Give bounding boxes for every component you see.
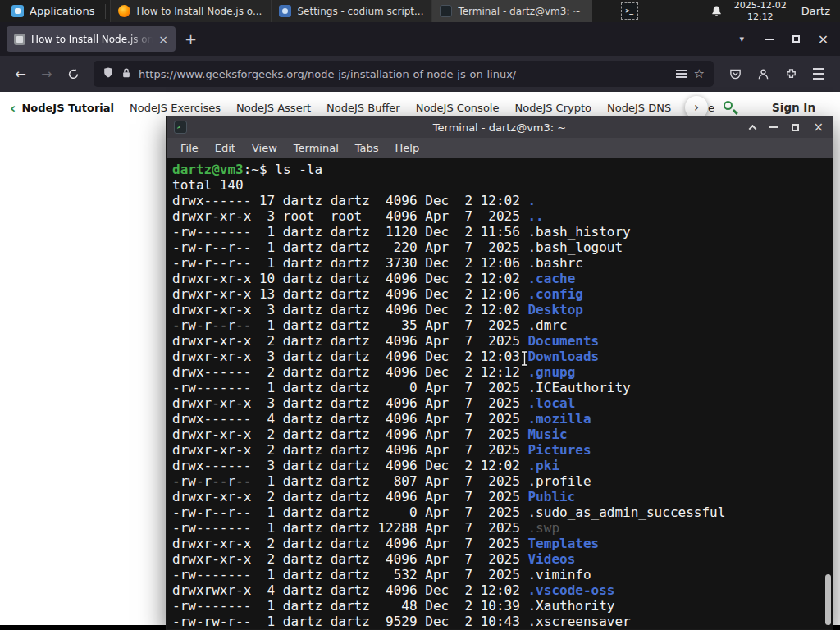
taskbar-button[interactable]: How to Install Node.js o...	[110, 0, 271, 22]
file-name: .mozilla	[527, 411, 591, 427]
sign-in-link[interactable]: Sign In	[772, 101, 815, 114]
site-nav-link[interactable]: NodeJS Exercises	[130, 102, 221, 114]
terminal-line: -rw-r--r-- 1 dartz dartz 220 Apr 7 2025 …	[172, 240, 833, 255]
bookmark-star-icon[interactable]: ☆	[694, 66, 705, 81]
terminal-menu-item[interactable]: Terminal	[285, 140, 347, 156]
file-name: .profile	[527, 473, 591, 489]
tray-terminal-glyph: >_	[625, 7, 633, 15]
terminal-line: drwxrwxr-x 4 dartz dartz 4096 Dec 2 12:0…	[172, 582, 833, 598]
tracking-shield-icon[interactable]	[103, 66, 114, 82]
terminal-menu-item[interactable]: Tabs	[347, 140, 387, 156]
extensions-icon[interactable]	[778, 62, 804, 86]
file-name: .vscode-oss	[527, 582, 614, 598]
taskbar-button-label: Terminal - dartz@vm3: ~	[458, 6, 581, 17]
terminal-close-button[interactable]: ×	[813, 121, 824, 134]
terminal-line: -rw-rw-r-- 1 dartz dartz 9529 Dec 2 10:4…	[172, 614, 833, 629]
terminal-line: -rw------- 1 dartz dartz 1120 Dec 2 11:5…	[172, 224, 833, 240]
file-name: .pki	[527, 458, 559, 473]
site-nav-link[interactable]: NodeJS Buffer	[326, 102, 400, 114]
file-name: Documents	[527, 333, 599, 349]
file-name: .xscreensaver	[527, 614, 630, 629]
notification-bell-icon[interactable]	[710, 5, 723, 17]
file-meta: -rw------- 1 dartz dartz 12288 Apr 7 202…	[172, 520, 527, 536]
tab-close-icon[interactable]: ×	[158, 33, 168, 46]
nav-back-chevron-icon[interactable]: ‹	[10, 99, 16, 116]
new-tab-button[interactable]: +	[176, 30, 206, 48]
terminal-minimize-button[interactable]	[769, 126, 778, 128]
taskbar-button[interactable]: Settings - codium script...	[271, 0, 431, 22]
search-icon[interactable]	[723, 99, 739, 116]
list-all-tabs-icon[interactable]: ▾	[728, 34, 756, 44]
applications-menu[interactable]: Applications	[5, 0, 101, 22]
url-text[interactable]: https://www.geeksforgeeks.org/node-js/in…	[139, 68, 669, 80]
applications-label: Applications	[30, 5, 94, 17]
file-meta: drwx------ 3 dartz dartz 4096 Dec 2 12:0…	[172, 458, 527, 473]
window-minimize-button[interactable]	[756, 22, 783, 56]
lock-icon[interactable]	[121, 66, 131, 82]
terminal-scrollbar[interactable]	[824, 116, 833, 629]
terminal-window-icon-glyph: >_	[177, 124, 184, 130]
terminal-line: -rw-r--r-- 1 dartz dartz 0 Apr 7 2025 .s…	[172, 504, 833, 520]
browser-tab[interactable]: How to Install Node.js on ×	[7, 26, 176, 52]
terminal-window-controls: ×	[750, 121, 825, 134]
terminal-line: drwxr-xr-x 2 dartz dartz 4096 Apr 7 2025…	[172, 551, 833, 567]
forward-button[interactable]: →	[34, 62, 59, 86]
terminal-line: drwxr-xr-x 2 dartz dartz 4096 Apr 7 2025…	[172, 442, 833, 458]
site-nav-link[interactable]: NodeJS Console	[416, 102, 500, 114]
taskbar-button-label: Settings - codium script...	[297, 6, 423, 17]
window-close-button[interactable]: ×	[810, 22, 837, 56]
account-icon[interactable]	[750, 62, 776, 86]
terminal-line: drwxr-xr-x 10 dartz dartz 4096 Dec 2 12:…	[172, 271, 833, 286]
back-button[interactable]: ←	[8, 62, 33, 86]
file-meta: -rw------- 1 dartz dartz 532 Apr 7 2025	[172, 567, 527, 582]
terminal-output[interactable]: dartz@vm3:~$ ls -latotal 140drwx------ 1…	[167, 158, 833, 629]
terminal-line: dartz@vm3:~$ ls -la	[172, 162, 833, 177]
command-text: ls -la	[267, 162, 322, 177]
tab-title: How to Install Node.js on	[31, 34, 153, 45]
top-panel: Applications How to Install Node.js o...…	[0, 0, 840, 22]
prompt-suffix: :~$	[244, 162, 267, 177]
menu-icon[interactable]	[806, 62, 832, 86]
file-name: .dmrc	[527, 317, 567, 333]
file-name: Videos	[527, 551, 575, 567]
file-meta: drwxr-xr-x 2 dartz dartz 4096 Apr 7 2025	[172, 442, 527, 458]
minimize-icon	[765, 39, 774, 40]
terminal-menu-item[interactable]: File	[172, 140, 207, 156]
site-nav-link[interactable]: NodeJS Assert	[236, 102, 311, 114]
terminal-line: -rw------- 1 dartz dartz 0 Apr 7 2025 .I…	[172, 380, 833, 395]
site-nav-link[interactable]: NodeJS Tutorial	[21, 102, 114, 114]
terminal-line: -rw-r--r-- 1 dartz dartz 35 Apr 7 2025 .…	[172, 317, 833, 333]
terminal-scrollbar-thumb[interactable]	[825, 574, 831, 625]
file-name: ..	[527, 208, 543, 224]
file-name: .sudo_as_admin_successful	[527, 504, 725, 520]
site-nav-link[interactable]: NodeJS DNS	[607, 102, 671, 114]
clock-time: 12:12	[734, 11, 787, 22]
terminal-menu-item[interactable]: Edit	[207, 140, 244, 156]
clock[interactable]: 2025-12-02 12:12	[734, 0, 787, 21]
reader-mode-icon[interactable]	[676, 69, 687, 79]
pocket-icon[interactable]	[722, 62, 748, 86]
maximize-icon	[792, 35, 800, 43]
terminal-line: drwx------ 4 dartz dartz 4096 Apr 7 2025…	[172, 411, 833, 427]
reload-button[interactable]	[61, 62, 85, 86]
site-nav-link[interactable]: NodeJS Crypto	[514, 102, 591, 114]
terminal-icon	[440, 5, 452, 17]
file-meta: drwxr-xr-x 10 dartz dartz 4096 Dec 2 12:…	[172, 271, 527, 286]
terminal-menu-item[interactable]: Help	[387, 140, 428, 156]
file-name: Templates	[527, 536, 599, 551]
tray-terminal-icon[interactable]: >_	[621, 2, 638, 20]
terminal-line: drwxr-xr-x 13 dartz dartz 4096 Dec 2 12:…	[172, 286, 833, 302]
window-maximize-button[interactable]	[783, 22, 810, 56]
url-bar[interactable]: https://www.geeksforgeeks.org/node-js/in…	[94, 61, 714, 87]
file-name: Music	[527, 427, 567, 442]
terminal-line: drwxr-xr-x 3 dartz dartz 4096 Dec 2 12:0…	[172, 349, 833, 364]
terminal-maximize-button[interactable]	[792, 124, 799, 131]
terminal-menu-item[interactable]: View	[244, 140, 285, 156]
taskbar-button-label: How to Install Node.js o...	[136, 6, 262, 17]
terminal-titlebar[interactable]: >_ Terminal - dartz@vm3: ~ ×	[167, 116, 833, 138]
file-name: .	[527, 193, 536, 208]
terminal-rollup-button[interactable]	[749, 124, 757, 132]
tab-favicon-icon	[14, 34, 25, 45]
file-name: .swp	[527, 520, 559, 536]
taskbar-button[interactable]: Terminal - dartz@vm3: ~	[431, 0, 592, 22]
